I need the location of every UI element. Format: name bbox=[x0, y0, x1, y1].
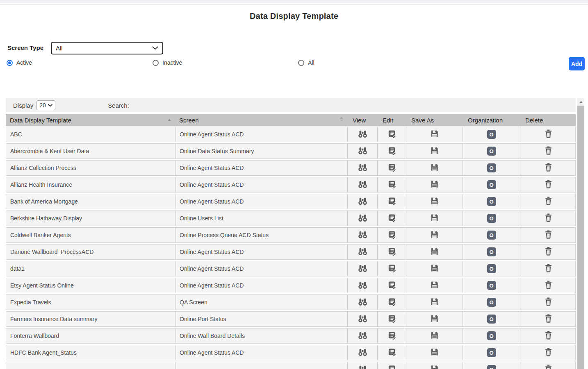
organization-button[interactable]: O bbox=[486, 213, 497, 224]
organization-button[interactable]: O bbox=[486, 146, 497, 156]
edit-button[interactable] bbox=[387, 162, 397, 174]
view-button[interactable] bbox=[357, 297, 368, 308]
column-header-template[interactable]: Data Display Template bbox=[6, 114, 175, 126]
delete-button[interactable] bbox=[544, 162, 553, 174]
view-button[interactable] bbox=[357, 263, 368, 274]
save-as-button[interactable] bbox=[429, 297, 440, 308]
edit-button[interactable] bbox=[387, 297, 397, 308]
save-as-button[interactable] bbox=[429, 196, 440, 207]
delete-button[interactable] bbox=[544, 364, 553, 369]
view-button[interactable] bbox=[357, 129, 368, 140]
edit-button[interactable] bbox=[387, 313, 397, 325]
edit-button[interactable] bbox=[387, 263, 397, 274]
screen-name-cell: Online Agent Status ACD bbox=[175, 261, 348, 276]
delete-button[interactable] bbox=[544, 229, 553, 241]
save-as-button[interactable] bbox=[429, 179, 440, 190]
view-button[interactable] bbox=[357, 162, 368, 174]
vertical-scrollbar[interactable] bbox=[577, 98, 584, 369]
save-as-button[interactable] bbox=[429, 313, 440, 325]
save-as-button[interactable] bbox=[429, 263, 440, 274]
view-button[interactable] bbox=[357, 145, 368, 157]
delete-button[interactable] bbox=[544, 280, 553, 291]
save-as-button[interactable] bbox=[429, 145, 440, 157]
view-button[interactable] bbox=[357, 313, 368, 325]
view-button[interactable] bbox=[357, 347, 368, 358]
organization-cell: O bbox=[463, 362, 520, 369]
view-button[interactable] bbox=[357, 213, 368, 224]
edit-button[interactable] bbox=[387, 179, 397, 190]
organization-button[interactable]: O bbox=[486, 230, 497, 240]
radio-all[interactable]: All bbox=[298, 59, 315, 66]
delete-button[interactable] bbox=[544, 263, 553, 274]
organization-button[interactable]: O bbox=[486, 280, 497, 291]
delete-cell bbox=[520, 228, 576, 242]
edit-cell bbox=[378, 194, 406, 209]
delete-cell bbox=[520, 127, 576, 142]
save-as-button[interactable] bbox=[429, 280, 440, 291]
binoculars-view-icon bbox=[358, 247, 367, 257]
view-button[interactable] bbox=[357, 330, 368, 342]
edit-button[interactable] bbox=[387, 347, 397, 358]
floppy-save-icon bbox=[430, 264, 439, 274]
view-button[interactable] bbox=[357, 196, 368, 207]
delete-button[interactable] bbox=[544, 246, 553, 258]
edit-cell bbox=[378, 295, 406, 310]
scrollbar-thumb[interactable] bbox=[577, 106, 584, 369]
delete-button[interactable] bbox=[544, 213, 553, 224]
edit-button[interactable] bbox=[387, 129, 397, 140]
edit-cell bbox=[378, 328, 406, 343]
organization-button[interactable]: O bbox=[486, 247, 497, 257]
save-as-button[interactable] bbox=[429, 364, 440, 369]
view-button[interactable] bbox=[357, 280, 368, 291]
organization-button[interactable]: O bbox=[486, 179, 497, 190]
delete-cell bbox=[520, 211, 576, 226]
delete-button[interactable] bbox=[544, 330, 553, 342]
add-button[interactable]: Add bbox=[569, 57, 585, 70]
page-size-select[interactable]: 20 bbox=[36, 100, 55, 110]
organization-button[interactable]: O bbox=[486, 263, 497, 274]
radio-inactive[interactable]: Inactive bbox=[153, 59, 182, 66]
organization-button[interactable]: O bbox=[486, 347, 497, 358]
delete-button[interactable] bbox=[544, 313, 553, 325]
view-button[interactable] bbox=[357, 246, 368, 258]
save-as-button[interactable] bbox=[429, 129, 440, 140]
edit-button[interactable] bbox=[387, 145, 397, 157]
screen-type-select[interactable]: All bbox=[51, 42, 163, 54]
organization-button[interactable]: O bbox=[486, 297, 497, 308]
delete-button[interactable] bbox=[544, 129, 553, 140]
view-button[interactable] bbox=[357, 179, 368, 190]
organization-button[interactable]: O bbox=[486, 314, 497, 324]
view-button[interactable] bbox=[357, 229, 368, 241]
organization-button[interactable]: O bbox=[486, 196, 497, 207]
edit-button[interactable] bbox=[387, 229, 397, 241]
delete-button[interactable] bbox=[544, 297, 553, 308]
scrollbar-up-arrow-icon[interactable] bbox=[577, 98, 584, 106]
edit-button[interactable] bbox=[387, 280, 397, 291]
organization-button[interactable]: O bbox=[486, 129, 497, 140]
save-as-button[interactable] bbox=[429, 213, 440, 224]
view-cell bbox=[348, 228, 378, 242]
save-as-button[interactable] bbox=[429, 229, 440, 241]
search-input[interactable] bbox=[132, 100, 207, 110]
organization-button[interactable]: O bbox=[486, 163, 497, 173]
edit-button[interactable] bbox=[387, 246, 397, 258]
delete-button[interactable] bbox=[544, 196, 553, 207]
view-button[interactable] bbox=[357, 364, 368, 369]
column-header-screen[interactable]: Screen bbox=[175, 114, 347, 126]
save-as-button[interactable] bbox=[429, 162, 440, 174]
edit-button[interactable] bbox=[387, 330, 397, 342]
template-name-cell: Allianz Health Insurance bbox=[6, 177, 175, 192]
organization-button[interactable]: O bbox=[486, 331, 497, 341]
save-as-button[interactable] bbox=[429, 347, 440, 358]
organization-button[interactable]: O bbox=[486, 364, 497, 369]
radio-active[interactable]: Active bbox=[7, 59, 32, 66]
radio-button-icon bbox=[153, 60, 159, 66]
delete-button[interactable] bbox=[544, 145, 553, 157]
save-as-button[interactable] bbox=[429, 246, 440, 258]
edit-button[interactable] bbox=[387, 196, 397, 207]
edit-button[interactable] bbox=[387, 364, 397, 369]
delete-button[interactable] bbox=[544, 179, 553, 190]
save-as-button[interactable] bbox=[429, 330, 440, 342]
delete-button[interactable] bbox=[544, 347, 553, 358]
edit-button[interactable] bbox=[387, 213, 397, 224]
